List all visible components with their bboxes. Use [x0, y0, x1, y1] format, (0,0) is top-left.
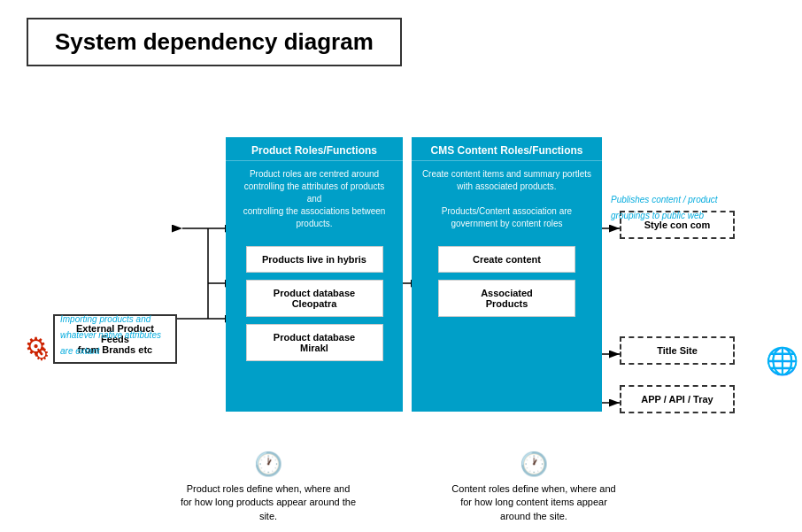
- bottom-right: 🕐 Content roles define when, where and f…: [445, 451, 622, 523]
- gear-icon: ⚙ ⚙: [25, 333, 47, 360]
- bottom-section: 🕐 Product roles define when, where and f…: [0, 451, 802, 523]
- cms-roles-header: CMS Content Roles/Functions: [412, 137, 602, 161]
- globe-icon: 🌐: [766, 345, 798, 376]
- bottom-left: 🕐 Product roles define when, where and f…: [180, 451, 357, 523]
- gear-icon-group: ⚙ ⚙: [25, 332, 47, 361]
- title-box: System dependency diagram: [27, 18, 402, 66]
- left-annotation: Importing products and whatever native a…: [60, 310, 166, 358]
- page-title: System dependency diagram: [55, 28, 374, 56]
- title-site-box: Title Site: [620, 336, 735, 365]
- associated-products-box: AssociatedProducts: [438, 280, 575, 317]
- cleopatra-box: Product databaseCleopatra: [246, 280, 383, 317]
- cms-roles-panel: CMS Content Roles/Functions Create conte…: [412, 137, 602, 412]
- cms-roles-desc: Create content items and summary portlet…: [412, 161, 602, 237]
- bottom-left-text: Product roles define when, where and for…: [180, 482, 357, 523]
- diagram-container: System dependency diagram: [0, 0, 802, 532]
- create-content-box: Create content: [438, 246, 575, 273]
- bottom-right-text: Content roles define when, where and for…: [445, 482, 622, 523]
- clock-icon-right: 🕐: [445, 451, 622, 478]
- mirakl-box: Product databaseMirakl: [246, 324, 383, 361]
- right-top-annotation: Publishes content / product groupings to…: [611, 190, 744, 222]
- product-roles-header: Product Roles/Functions: [226, 137, 403, 161]
- hybris-box: Products live in hybris: [246, 246, 383, 273]
- app-api-box: APP / API / Tray: [620, 385, 735, 413]
- product-roles-panel: Product Roles/Functions Product roles ar…: [226, 137, 403, 412]
- product-roles-desc: Product roles are centred around control…: [226, 161, 403, 237]
- clock-icon-left: 🕐: [180, 451, 357, 478]
